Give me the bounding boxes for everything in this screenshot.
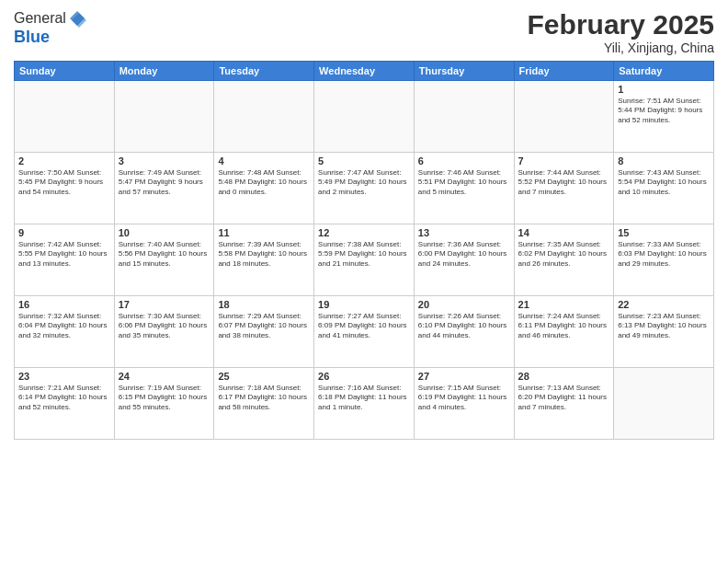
day-number: 7 bbox=[518, 155, 610, 167]
day-number: 25 bbox=[218, 371, 310, 382]
day-number: 19 bbox=[318, 299, 410, 310]
calendar-week-5: 23Sunrise: 7:21 AM Sunset: 6:14 PM Dayli… bbox=[15, 368, 714, 440]
day-number: 27 bbox=[418, 371, 510, 382]
calendar-cell: 20Sunrise: 7:26 AM Sunset: 6:10 PM Dayli… bbox=[414, 296, 514, 368]
calendar-cell: 5Sunrise: 7:47 AM Sunset: 5:49 PM Daylig… bbox=[314, 153, 415, 224]
day-number: 12 bbox=[318, 227, 410, 238]
cell-content: Sunrise: 7:44 AM Sunset: 5:52 PM Dayligh… bbox=[518, 168, 610, 197]
cell-content: Sunrise: 7:33 AM Sunset: 6:03 PM Dayligh… bbox=[618, 240, 710, 269]
calendar-cell: 25Sunrise: 7:18 AM Sunset: 6:17 PM Dayli… bbox=[214, 368, 314, 440]
calendar-cell: 12Sunrise: 7:38 AM Sunset: 5:59 PM Dayli… bbox=[314, 224, 415, 296]
calendar-cell: 15Sunrise: 7:33 AM Sunset: 6:03 PM Dayli… bbox=[614, 224, 714, 296]
cell-content: Sunrise: 7:40 AM Sunset: 5:56 PM Dayligh… bbox=[119, 240, 210, 269]
cell-content: Sunrise: 7:30 AM Sunset: 6:06 PM Dayligh… bbox=[119, 312, 210, 340]
calendar-cell: 26Sunrise: 7:16 AM Sunset: 6:18 PM Dayli… bbox=[314, 368, 415, 440]
day-number: 20 bbox=[418, 299, 510, 310]
day-number: 10 bbox=[119, 227, 210, 238]
calendar-cell bbox=[614, 368, 714, 440]
header-saturday: Saturday bbox=[614, 62, 714, 81]
calendar-cell: 1Sunrise: 7:51 AM Sunset: 5:44 PM Daylig… bbox=[614, 81, 714, 153]
calendar-cell bbox=[514, 81, 614, 153]
calendar-week-2: 2Sunrise: 7:50 AM Sunset: 5:45 PM Daylig… bbox=[15, 153, 714, 224]
calendar-cell: 10Sunrise: 7:40 AM Sunset: 5:56 PM Dayli… bbox=[114, 224, 214, 296]
day-number: 1 bbox=[618, 84, 710, 95]
header-wednesday: Wednesday bbox=[314, 62, 415, 81]
calendar-cell: 13Sunrise: 7:36 AM Sunset: 6:00 PM Dayli… bbox=[414, 224, 514, 296]
logo-general-text: General bbox=[14, 10, 66, 27]
day-number: 17 bbox=[119, 299, 210, 310]
day-number: 9 bbox=[18, 227, 110, 238]
cell-content: Sunrise: 7:18 AM Sunset: 6:17 PM Dayligh… bbox=[218, 384, 310, 412]
day-number: 3 bbox=[119, 155, 210, 167]
day-number: 14 bbox=[518, 227, 610, 238]
cell-content: Sunrise: 7:27 AM Sunset: 6:09 PM Dayligh… bbox=[318, 312, 410, 340]
calendar-cell: 6Sunrise: 7:46 AM Sunset: 5:51 PM Daylig… bbox=[414, 153, 514, 224]
calendar-cell bbox=[414, 81, 514, 153]
cell-content: Sunrise: 7:51 AM Sunset: 5:44 PM Dayligh… bbox=[618, 97, 710, 125]
day-number: 11 bbox=[218, 227, 310, 238]
calendar-cell: 8Sunrise: 7:43 AM Sunset: 5:54 PM Daylig… bbox=[614, 153, 714, 224]
logo: General Blue bbox=[14, 9, 86, 47]
page: General Blue February 2025 Yili, Xinjian… bbox=[0, 0, 728, 563]
calendar-cell: 4Sunrise: 7:48 AM Sunset: 5:48 PM Daylig… bbox=[214, 153, 314, 224]
cell-content: Sunrise: 7:13 AM Sunset: 6:20 PM Dayligh… bbox=[518, 384, 610, 412]
day-number: 23 bbox=[18, 371, 110, 382]
day-number: 21 bbox=[518, 299, 610, 310]
calendar-cell: 14Sunrise: 7:35 AM Sunset: 6:02 PM Dayli… bbox=[514, 224, 614, 296]
cell-content: Sunrise: 7:23 AM Sunset: 6:13 PM Dayligh… bbox=[618, 312, 710, 340]
day-number: 18 bbox=[218, 299, 310, 310]
calendar-cell: 22Sunrise: 7:23 AM Sunset: 6:13 PM Dayli… bbox=[614, 296, 714, 368]
header-friday: Friday bbox=[514, 62, 614, 81]
cell-content: Sunrise: 7:35 AM Sunset: 6:02 PM Dayligh… bbox=[518, 240, 610, 269]
cell-content: Sunrise: 7:15 AM Sunset: 6:19 PM Dayligh… bbox=[418, 384, 510, 412]
calendar-cell: 17Sunrise: 7:30 AM Sunset: 6:06 PM Dayli… bbox=[114, 296, 214, 368]
cell-content: Sunrise: 7:19 AM Sunset: 6:15 PM Dayligh… bbox=[119, 384, 210, 412]
cell-content: Sunrise: 7:49 AM Sunset: 5:47 PM Dayligh… bbox=[119, 168, 210, 197]
title-block: February 2025 Yili, Xinjiang, China bbox=[528, 9, 714, 55]
cell-content: Sunrise: 7:36 AM Sunset: 6:00 PM Dayligh… bbox=[418, 240, 510, 269]
day-number: 15 bbox=[618, 227, 710, 238]
weekday-header-row: Sunday Monday Tuesday Wednesday Thursday… bbox=[15, 62, 714, 81]
day-number: 16 bbox=[18, 299, 110, 310]
calendar-cell bbox=[114, 81, 214, 153]
calendar-cell: 19Sunrise: 7:27 AM Sunset: 6:09 PM Dayli… bbox=[314, 296, 415, 368]
cell-content: Sunrise: 7:29 AM Sunset: 6:07 PM Dayligh… bbox=[218, 312, 310, 340]
calendar-cell: 24Sunrise: 7:19 AM Sunset: 6:15 PM Dayli… bbox=[114, 368, 214, 440]
calendar-week-3: 9Sunrise: 7:42 AM Sunset: 5:55 PM Daylig… bbox=[15, 224, 714, 296]
cell-content: Sunrise: 7:26 AM Sunset: 6:10 PM Dayligh… bbox=[418, 312, 510, 340]
cell-content: Sunrise: 7:21 AM Sunset: 6:14 PM Dayligh… bbox=[18, 384, 110, 412]
header-sunday: Sunday bbox=[15, 62, 115, 81]
cell-content: Sunrise: 7:16 AM Sunset: 6:18 PM Dayligh… bbox=[318, 384, 410, 412]
month-title: February 2025 bbox=[528, 9, 714, 40]
cell-content: Sunrise: 7:38 AM Sunset: 5:59 PM Dayligh… bbox=[318, 240, 410, 269]
day-number: 4 bbox=[218, 155, 310, 167]
calendar-cell: 3Sunrise: 7:49 AM Sunset: 5:47 PM Daylig… bbox=[114, 153, 214, 224]
day-number: 6 bbox=[418, 155, 510, 167]
cell-content: Sunrise: 7:43 AM Sunset: 5:54 PM Dayligh… bbox=[618, 168, 710, 197]
calendar-cell: 2Sunrise: 7:50 AM Sunset: 5:45 PM Daylig… bbox=[15, 153, 115, 224]
calendar-cell: 27Sunrise: 7:15 AM Sunset: 6:19 PM Dayli… bbox=[414, 368, 514, 440]
calendar: Sunday Monday Tuesday Wednesday Thursday… bbox=[14, 61, 714, 440]
calendar-cell: 11Sunrise: 7:39 AM Sunset: 5:58 PM Dayli… bbox=[214, 224, 314, 296]
calendar-week-4: 16Sunrise: 7:32 AM Sunset: 6:04 PM Dayli… bbox=[15, 296, 714, 368]
logo-icon bbox=[68, 9, 86, 28]
header: General Blue February 2025 Yili, Xinjian… bbox=[14, 9, 714, 55]
calendar-week-1: 1Sunrise: 7:51 AM Sunset: 5:44 PM Daylig… bbox=[15, 81, 714, 153]
calendar-cell bbox=[15, 81, 115, 153]
day-number: 24 bbox=[119, 371, 210, 382]
day-number: 26 bbox=[318, 371, 410, 382]
cell-content: Sunrise: 7:48 AM Sunset: 5:48 PM Dayligh… bbox=[218, 168, 310, 197]
day-number: 28 bbox=[518, 371, 610, 382]
logo-blue-text: Blue bbox=[14, 28, 50, 46]
header-thursday: Thursday bbox=[414, 62, 514, 81]
calendar-cell: 16Sunrise: 7:32 AM Sunset: 6:04 PM Dayli… bbox=[15, 296, 115, 368]
calendar-cell: 9Sunrise: 7:42 AM Sunset: 5:55 PM Daylig… bbox=[15, 224, 115, 296]
day-number: 22 bbox=[618, 299, 710, 310]
cell-content: Sunrise: 7:42 AM Sunset: 5:55 PM Dayligh… bbox=[18, 240, 110, 269]
calendar-cell: 7Sunrise: 7:44 AM Sunset: 5:52 PM Daylig… bbox=[514, 153, 614, 224]
calendar-cell: 28Sunrise: 7:13 AM Sunset: 6:20 PM Dayli… bbox=[514, 368, 614, 440]
cell-content: Sunrise: 7:50 AM Sunset: 5:45 PM Dayligh… bbox=[18, 168, 110, 197]
cell-content: Sunrise: 7:32 AM Sunset: 6:04 PM Dayligh… bbox=[18, 312, 110, 340]
calendar-cell bbox=[314, 81, 415, 153]
calendar-cell: 18Sunrise: 7:29 AM Sunset: 6:07 PM Dayli… bbox=[214, 296, 314, 368]
